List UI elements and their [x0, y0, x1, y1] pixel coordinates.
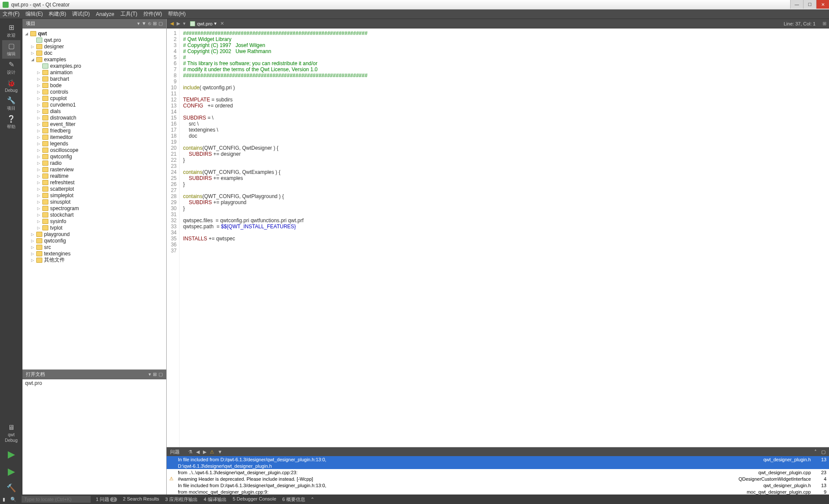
expand-icon[interactable]: ▷ [36, 187, 41, 191]
output-tab[interactable]: 6 概要信息 [282, 496, 305, 503]
collapse-icon[interactable]: ˄ [814, 449, 817, 455]
tree-node[interactable]: ▷qwtconfig [22, 153, 166, 160]
tree-node[interactable]: ▷qwtconfig [22, 237, 166, 244]
menu-item[interactable]: 文件(F) [3, 10, 19, 18]
expand-icon[interactable]: ▷ [36, 77, 41, 81]
tree-node[interactable]: ▷sinusplot [22, 198, 166, 205]
expand-icon[interactable]: ▷ [36, 174, 41, 178]
tree-node[interactable]: ▷stockchart [22, 211, 166, 218]
expand-icon[interactable]: ◢ [30, 57, 35, 62]
tree-node[interactable]: ▷tvplot [22, 224, 166, 231]
expand-icon[interactable]: ▷ [30, 258, 35, 262]
next-issue-icon[interactable]: ▶ [203, 449, 206, 455]
tree-node[interactable]: ▷friedberg [22, 127, 166, 134]
code-editor[interactable]: 1234567891011121314151617181920212223242… [167, 28, 829, 447]
tree-node[interactable]: ▷radio [22, 160, 166, 166]
tree-node[interactable]: ▷rasterview [22, 166, 166, 173]
issue-row[interactable]: D:\qwt-6.1.3\designer\qwt_designer_plugi… [167, 463, 829, 469]
filter-icon[interactable]: ▼ [142, 21, 146, 26]
open-doc-item[interactable]: qwt.pro [25, 380, 164, 386]
issue-row[interactable]: ⚠#warning Header is deprecated. Please i… [167, 476, 829, 482]
expand-icon[interactable]: ▷ [30, 239, 35, 243]
expand-icon[interactable]: ▷ [36, 135, 41, 139]
tab-dropdown-icon[interactable]: ▾ [214, 21, 217, 26]
expand-icon[interactable]: ▷ [36, 83, 41, 88]
output-tab[interactable]: 5 Debugger Console [233, 496, 276, 503]
expand-icon[interactable]: ▷ [36, 213, 41, 217]
filter-icon[interactable]: ▼ [218, 449, 222, 455]
mode-button-Debug[interactable]: 🐞Debug [2, 77, 20, 94]
close-panel-icon[interactable]: ▢ [158, 21, 163, 26]
build-button[interactable]: 🔨 [2, 482, 20, 495]
tree-node[interactable]: ▷spectrogram [22, 205, 166, 211]
expand-icon[interactable]: ▷ [36, 116, 41, 120]
tree-node[interactable]: ▷sysinfo [22, 218, 166, 224]
split-editor-icon[interactable]: ⊞ [823, 21, 826, 26]
output-tab[interactable]: 4 编译输出 [204, 496, 227, 503]
split-icon[interactable]: ⊞ [153, 21, 157, 26]
expand-icon[interactable]: ▷ [30, 51, 35, 55]
issues-list[interactable]: In file included from D:/qwt-6.1.3/desig… [167, 456, 829, 495]
tree-node[interactable]: ▷playground [22, 231, 166, 237]
tree-node[interactable]: ▷dials [22, 108, 166, 114]
minimize-button[interactable]: — [790, 0, 803, 9]
tree-node[interactable]: ▷cpuplot [22, 95, 166, 101]
mode-button-设计[interactable]: ✎设计 [2, 59, 20, 77]
expand-icon[interactable]: ▷ [36, 180, 41, 185]
expand-icon[interactable]: ▷ [36, 90, 41, 94]
tree-node[interactable]: ◢examples [22, 56, 166, 63]
expand-icon[interactable]: ▷ [36, 206, 41, 211]
tree-node[interactable]: ▷refreshtest [22, 179, 166, 186]
tree-node[interactable]: ▷realtime [22, 173, 166, 179]
more-icon[interactable]: ⌃ [310, 497, 314, 502]
tree-node[interactable]: ▷legends [22, 140, 166, 147]
issue-row[interactable]: from moc\moc_qwt_designer_plugin.cpp:9:m… [167, 488, 829, 495]
expand-icon[interactable]: ▷ [30, 232, 35, 236]
dropdown-icon[interactable]: ▾ [137, 21, 140, 26]
expand-icon[interactable]: ▷ [36, 70, 41, 75]
nav-menu-icon[interactable]: ▾ [182, 21, 187, 26]
nav-back-icon[interactable]: ◀ [169, 21, 174, 26]
menu-item[interactable]: 调试(D) [72, 10, 90, 18]
expand-icon[interactable]: ▷ [36, 167, 41, 172]
tree-node[interactable]: examples.pro [22, 63, 166, 69]
tree-node[interactable]: ◢qwt [22, 30, 166, 37]
nav-fwd-icon[interactable]: ▶ [176, 21, 181, 26]
mode-button-项目[interactable]: 🔧项目 [2, 94, 20, 113]
tree-node[interactable]: ▷controls [22, 88, 166, 95]
expand-icon[interactable]: ▷ [36, 148, 41, 152]
tree-node[interactable]: ▷bode [22, 82, 166, 88]
editor-tab[interactable]: qwt.pro ▾ [190, 21, 217, 26]
menu-item[interactable]: 工具(T) [120, 10, 137, 18]
mode-button-编辑[interactable]: ▢编辑 [2, 40, 20, 59]
expand-icon[interactable]: ▷ [36, 96, 41, 101]
open-docs-list[interactable]: qwt.pro [22, 379, 166, 495]
tree-node[interactable]: ▷scatterplot [22, 186, 166, 192]
expand-icon[interactable]: ▷ [30, 44, 35, 49]
tree-node[interactable]: ▷oscilloscope [22, 147, 166, 153]
menu-item[interactable]: 构建(B) [49, 10, 66, 18]
tree-node[interactable]: ▷doc [22, 50, 166, 56]
maximize-button[interactable]: ☐ [803, 0, 816, 9]
tree-node[interactable]: ▷src [22, 244, 166, 250]
tab-close-icon[interactable]: ✕ [220, 21, 224, 26]
issue-row[interactable]: In file included from D:/qwt-6.1.3/desig… [167, 482, 829, 488]
project-tree[interactable]: ◢qwtqwt.pro▷designer▷doc◢examplesexample… [22, 28, 166, 369]
funnel-icon[interactable]: ⚗ [188, 449, 193, 455]
expand-icon[interactable]: ▷ [36, 219, 41, 224]
output-tab[interactable]: 1 问题2 [96, 496, 117, 503]
tree-node[interactable]: ▷textengines [22, 250, 166, 257]
menu-item[interactable]: 控件(W) [143, 10, 162, 18]
menu-item[interactable]: 编辑(E) [25, 10, 43, 18]
close-issues-icon[interactable]: ▢ [821, 449, 826, 455]
code-area[interactable]: ########################################… [180, 28, 829, 447]
expand-icon[interactable]: ▷ [36, 193, 41, 198]
kit-selector[interactable]: 🖥 qwt Debug [2, 422, 20, 444]
menu-item[interactable]: Analyze [96, 11, 114, 17]
tree-node[interactable]: ▷designer [22, 43, 166, 50]
expand-icon[interactable]: ▷ [36, 142, 41, 146]
tree-node[interactable]: ▷simpleplot [22, 192, 166, 198]
expand-icon[interactable]: ▷ [36, 109, 41, 113]
expand-icon[interactable]: ▷ [30, 252, 35, 256]
expand-icon[interactable]: ▷ [36, 226, 41, 230]
